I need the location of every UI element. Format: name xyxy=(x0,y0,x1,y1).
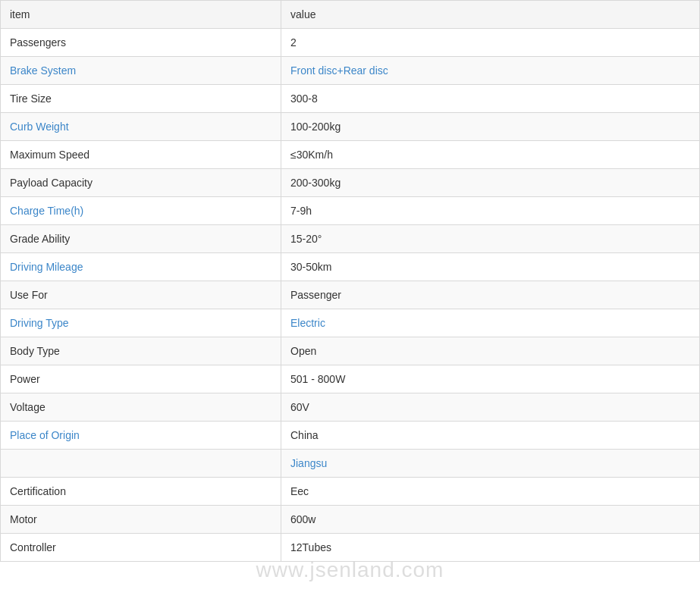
table-row: Payload Capacity200-300kg xyxy=(1,169,700,197)
table-row: Motor600w xyxy=(1,506,700,534)
row-value-cell: Open xyxy=(281,337,700,365)
table-row: Jiangsu xyxy=(1,450,700,478)
row-item-cell: Controller xyxy=(1,534,281,562)
row-value-cell: Passenger xyxy=(281,281,700,309)
row-item-cell: Charge Time(h) xyxy=(1,197,281,225)
table-row: Maximum Speed≤30Km/h xyxy=(1,141,700,169)
table-row: Use ForPassenger xyxy=(1,281,700,309)
table-row: Driving TypeElectric xyxy=(1,309,700,337)
row-item-cell: Place of Origin xyxy=(1,422,281,450)
header-item: item xyxy=(1,1,281,29)
table-row: Curb Weight100-200kg xyxy=(1,113,700,141)
row-item-cell: Voltage xyxy=(1,393,281,422)
table-row: Tire Size300-8 xyxy=(1,85,700,113)
table-row: Place of OriginChina xyxy=(1,422,700,450)
row-value-cell: 501 - 800W xyxy=(281,365,700,393)
table-row: Voltage60V xyxy=(1,393,700,422)
row-item-cell: Grade Ability xyxy=(1,225,281,253)
table-row: Passengers2 xyxy=(1,29,700,57)
table-row: Controller12Tubes xyxy=(1,534,700,562)
table-row: Charge Time(h)7-9h xyxy=(1,197,700,225)
row-item-cell: Brake System xyxy=(1,57,281,85)
row-item-cell: Curb Weight xyxy=(1,113,281,141)
row-item-cell: Driving Mileage xyxy=(1,253,281,281)
table-row: Body TypeOpen xyxy=(1,337,700,365)
row-value-cell: Front disc+Rear disc xyxy=(281,57,700,85)
row-value-cell: China xyxy=(281,422,700,450)
row-value-cell: ≤30Km/h xyxy=(281,141,700,169)
row-item-cell: Body Type xyxy=(1,337,281,365)
table-row: Brake SystemFront disc+Rear disc xyxy=(1,57,700,85)
row-item-cell: Driving Type xyxy=(1,309,281,337)
specs-table: item value Passengers2Brake SystemFront … xyxy=(0,0,700,562)
table-row: CertificationEec xyxy=(1,478,700,506)
row-item-cell: Power xyxy=(1,365,281,393)
row-value-cell: 15-20° xyxy=(281,225,700,253)
table-row: Power501 - 800W xyxy=(1,365,700,393)
row-item-cell: Certification xyxy=(1,478,281,506)
row-value-cell: 7-9h xyxy=(281,197,700,225)
row-value-cell: 100-200kg xyxy=(281,113,700,141)
header-value: value xyxy=(281,1,700,29)
row-value-cell: 300-8 xyxy=(281,85,700,113)
table-row: Grade Ability15-20° xyxy=(1,225,700,253)
row-item-cell: Tire Size xyxy=(1,85,281,113)
row-value-cell: 60V xyxy=(281,393,700,422)
table-row: Driving Mileage30-50km xyxy=(1,253,700,281)
row-item-cell: Maximum Speed xyxy=(1,141,281,169)
row-value-cell: Eec xyxy=(281,478,700,506)
row-value-cell: 12Tubes xyxy=(281,534,700,562)
row-value-cell: 2 xyxy=(281,29,700,57)
row-item-cell: Use For xyxy=(1,281,281,309)
row-value-cell: 600w xyxy=(281,506,700,534)
row-value-cell: Electric xyxy=(281,309,700,337)
row-value-cell: 200-300kg xyxy=(281,169,700,197)
table-header-row: item value xyxy=(1,1,700,29)
row-item-cell xyxy=(1,450,281,478)
row-value-cell: 30-50km xyxy=(281,253,700,281)
row-value-cell: Jiangsu xyxy=(281,450,700,478)
row-item-cell: Motor xyxy=(1,506,281,534)
row-item-cell: Payload Capacity xyxy=(1,169,281,197)
row-item-cell: Passengers xyxy=(1,29,281,57)
